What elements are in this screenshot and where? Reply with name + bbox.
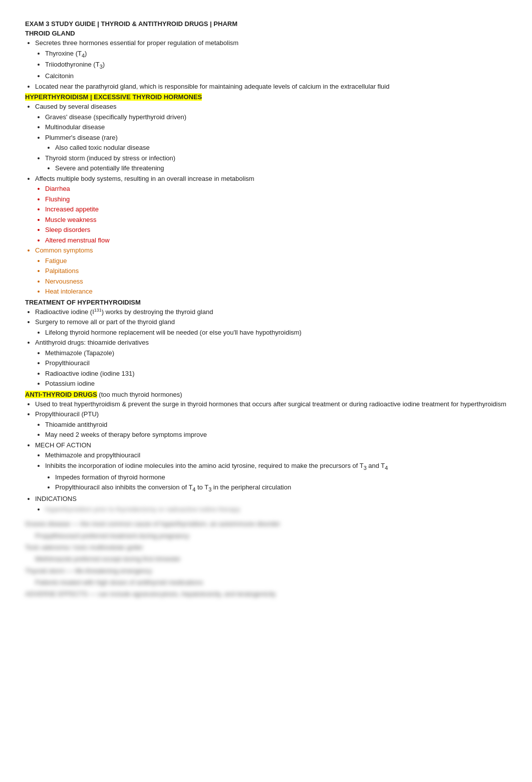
affects-intro: Affects multiple body systems, resulting… bbox=[35, 174, 507, 184]
drug-radioactive-iodine: Radioactive iodine (iodine 131) bbox=[45, 369, 507, 379]
symptom-muscle-weakness: Muscle weakness bbox=[45, 215, 507, 225]
blurred-section: Graves disease — the most common cause o… bbox=[25, 518, 507, 600]
drug-propylthiouracil: Propylthiouracil bbox=[45, 358, 507, 368]
page-title: EXAM 3 STUDY GUIDE | THYROID & ANTITHYRO… bbox=[25, 20, 507, 28]
anti-thyroid-sublabel: (too much thyroid hormones) bbox=[97, 391, 182, 398]
indications-label: INDICATIONS bbox=[35, 494, 507, 504]
anti-thyroid-label: ANTI-THYROID DRUGS bbox=[25, 391, 97, 398]
common-symptom-nervousness: Nervousness bbox=[45, 277, 507, 287]
anti-thyroid-use: Used to treat hyperthyroidism & prevent … bbox=[35, 399, 507, 409]
hyperthyroidism-label: HYPERTHYROIDISM | EXCESSIVE THYROID HORM… bbox=[25, 93, 202, 101]
drug-potassium-iodine: Potassium iodine bbox=[45, 379, 507, 389]
thyroid-storm-sub: Severe and potentially life threatening bbox=[55, 163, 507, 173]
treatment-surgery: Surgery to remove all or part of the thy… bbox=[35, 317, 507, 327]
ptu-thioamide: Thioamide antithyroid bbox=[45, 420, 507, 430]
drug-methimazole: Methimazole (Tapazole) bbox=[45, 348, 507, 358]
symptom-diarrhea: Diarrhea bbox=[45, 184, 507, 194]
common-symptom-palpitations: Palpitations bbox=[45, 266, 507, 276]
plummer-sub: Also called toxic nodular disease bbox=[55, 143, 507, 153]
disease-graves: Graves' disease (specifically hyperthyro… bbox=[45, 112, 507, 122]
hormone-triiodo: Triiodothyronine (T3) bbox=[45, 60, 507, 71]
hormone-thyroxine: Thyroxine (T4) bbox=[45, 49, 507, 60]
moa-ptu-inhibits: Propylthiouracil also inhibits the conve… bbox=[55, 482, 507, 493]
surgery-sub: Lifelong thyroid hormone replacement wil… bbox=[45, 328, 507, 338]
ptu-label: Propylthiouracil (PTU) bbox=[35, 409, 507, 419]
treatment-label: TREATMENT OF HYPERTHYROIDISM bbox=[25, 299, 507, 306]
thyroid-intro: Secretes three hormones essential for pr… bbox=[35, 38, 507, 48]
disease-multinodular: Multinodular disease bbox=[45, 122, 507, 132]
treatment-radioactive: Radioactive iodine (I131) works by destr… bbox=[35, 307, 507, 317]
symptom-increased-appetite: Increased appetite bbox=[45, 204, 507, 214]
common-symptom-heat-intolerance: Heat intolerance bbox=[45, 287, 507, 297]
ptu-weeks: May need 2 weeks of therapy before sympt… bbox=[45, 430, 507, 440]
symptom-flushing: Flushing bbox=[45, 194, 507, 204]
blurred-text-1: Hyperthyroidism prior to thyroidectomy o… bbox=[45, 505, 240, 513]
hormone-calcitonin: Calcitonin bbox=[45, 71, 507, 81]
indication-item: Hyperthyroidism prior to thyroidectomy o… bbox=[45, 504, 507, 514]
thyroid-storm: Thyroid storm (induced by stress or infe… bbox=[45, 153, 507, 163]
symptom-sleep-disorders: Sleep disorders bbox=[45, 225, 507, 235]
disease-plummer: Plummer's disease (rare) bbox=[45, 133, 507, 143]
moa-impedes: Impedes formation of thyroid hormone bbox=[55, 472, 507, 482]
moa-drugs: Methimazole and propylthiouracil bbox=[45, 450, 507, 460]
antithyroid-intro: Antithyroid drugs: thioamide derivatives bbox=[35, 338, 507, 348]
common-symptom-fatigue: Fatigue bbox=[45, 256, 507, 266]
common-symptoms-label: Common symptoms bbox=[35, 245, 507, 255]
parathyroid-note: Located near the parathyroid gland, whic… bbox=[35, 82, 507, 92]
moa-label: MECH OF ACTION bbox=[35, 440, 507, 450]
symptom-altered-menstrual: Altered menstrual flow bbox=[45, 235, 507, 245]
moa-inhibits: Inhibits the incorporation of iodine mol… bbox=[45, 461, 507, 472]
page-subtitle: THROID GLAND bbox=[25, 30, 507, 37]
cause-intro: Caused by several diseases bbox=[35, 102, 507, 112]
